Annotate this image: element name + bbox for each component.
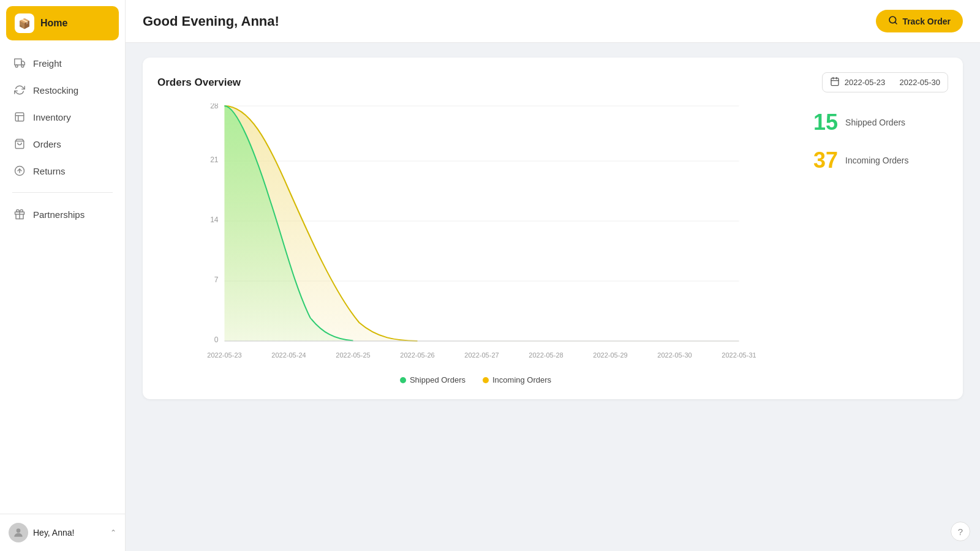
sidebar-item-freight-label: Freight (33, 58, 62, 69)
svg-rect-0 (15, 59, 21, 65)
user-name: Hey, Anna! (33, 528, 74, 538)
svg-text:2022-05-24: 2022-05-24 (271, 351, 306, 359)
svg-point-2 (15, 65, 18, 67)
bag-icon (13, 138, 26, 150)
svg-text:7: 7 (214, 276, 219, 284)
box-icon (13, 111, 26, 123)
date-separator (890, 78, 894, 87)
logo-icon: 📦 (15, 13, 34, 33)
sidebar-logo-label: Home (40, 18, 67, 29)
sidebar-item-orders-label: Orders (33, 139, 61, 149)
legend-incoming: Incoming Orders (483, 375, 551, 384)
svg-text:28: 28 (210, 103, 219, 110)
svg-point-3 (21, 65, 24, 67)
incoming-stat: 37 Incoming Orders (813, 148, 948, 173)
svg-point-12 (17, 528, 21, 533)
chart-legend: Shipped Orders Incoming Orders (157, 375, 794, 384)
return-icon (13, 165, 26, 177)
svg-text:14: 14 (210, 216, 219, 224)
shipped-stat: 15 Shipped Orders (813, 110, 948, 135)
svg-text:2022-05-25: 2022-05-25 (336, 351, 370, 359)
svg-text:2022-05-26: 2022-05-26 (400, 351, 434, 359)
track-order-label: Track Order (902, 17, 951, 26)
sidebar-item-partnerships[interactable]: Partnerships (6, 201, 119, 227)
refresh-icon (13, 84, 26, 96)
date-range-picker[interactable]: 2022-05-23 2022-05-30 (822, 72, 948, 92)
page-title: Good Evening, Anna! (143, 13, 279, 29)
incoming-label: Incoming Orders (845, 156, 908, 165)
sidebar-item-restocking[interactable]: Restocking (6, 77, 119, 103)
legend-incoming-label: Incoming Orders (492, 375, 551, 384)
truck-icon (13, 57, 26, 69)
incoming-dot (483, 377, 489, 383)
shipped-count: 15 (813, 110, 838, 135)
svg-line-14 (895, 22, 897, 24)
track-order-button[interactable]: Track Order (876, 10, 963, 32)
orders-overview-card: Orders Overview 2022-05-23 2022-05-30 0 (143, 58, 963, 399)
svg-text:2022-05-29: 2022-05-29 (593, 351, 627, 359)
legend-shipped-label: Shipped Orders (410, 375, 466, 384)
sidebar-item-partnerships-label: Partnerships (33, 209, 85, 220)
svg-rect-4 (15, 113, 24, 121)
sidebar-item-restocking-label: Restocking (33, 85, 78, 96)
svg-text:0: 0 (214, 335, 219, 344)
home-nav-item[interactable]: 📦 Home (6, 6, 119, 40)
user-info[interactable]: Hey, Anna! (9, 523, 74, 542)
main-area: Orders Overview 2022-05-23 2022-05-30 0 (126, 43, 980, 551)
sidebar-item-inventory-label: Inventory (33, 112, 71, 122)
legend-shipped: Shipped Orders (400, 375, 466, 384)
search-icon (888, 15, 898, 27)
svg-marker-1 (21, 61, 24, 65)
svg-text:2022-05-23: 2022-05-23 (207, 351, 241, 359)
sidebar: 📦 Home Freight Restocking Inventory O (0, 0, 126, 551)
calendar-icon (830, 77, 840, 88)
svg-text:2022-05-30: 2022-05-30 (657, 351, 692, 359)
incoming-count: 37 (813, 148, 838, 173)
help-button[interactable]: ? (951, 522, 970, 541)
date-end: 2022-05-30 (900, 78, 941, 87)
nav-divider (12, 192, 113, 193)
chart-visualization: 0 7 14 21 28 2022-05- (157, 103, 794, 367)
chart-body: 0 7 14 21 28 2022-05- (157, 103, 948, 384)
chart-title: Orders Overview (157, 77, 241, 89)
chevron-up-icon[interactable]: ⌃ (110, 528, 116, 537)
page-header: Good Evening, Anna! Track Order (126, 0, 980, 43)
sidebar-bottom: Hey, Anna! ⌃ (0, 514, 125, 551)
chart-svg-area: 0 7 14 21 28 2022-05- (157, 103, 794, 384)
sidebar-item-freight[interactable]: Freight (6, 50, 119, 76)
sidebar-item-returns-label: Returns (33, 166, 66, 176)
sidebar-item-inventory[interactable]: Inventory (6, 104, 119, 130)
chart-stats: 15 Shipped Orders 37 Incoming Orders (813, 103, 948, 384)
svg-text:2022-05-28: 2022-05-28 (529, 351, 563, 359)
svg-text:21: 21 (210, 156, 219, 164)
chart-header: Orders Overview 2022-05-23 2022-05-30 (157, 72, 948, 92)
sidebar-item-orders[interactable]: Orders (6, 131, 119, 157)
avatar (9, 523, 28, 542)
svg-rect-15 (831, 78, 839, 86)
svg-text:2022-05-27: 2022-05-27 (464, 351, 499, 359)
date-start: 2022-05-23 (845, 78, 886, 87)
main-content: Good Evening, Anna! Track Order Orders O… (126, 0, 980, 551)
shipped-dot (400, 377, 406, 383)
sidebar-nav: Freight Restocking Inventory Orders Retu… (0, 50, 125, 514)
gift-icon (13, 208, 26, 220)
shipped-label: Shipped Orders (845, 118, 905, 127)
svg-text:2022-05-31: 2022-05-31 (722, 351, 756, 359)
sidebar-item-returns[interactable]: Returns (6, 158, 119, 184)
